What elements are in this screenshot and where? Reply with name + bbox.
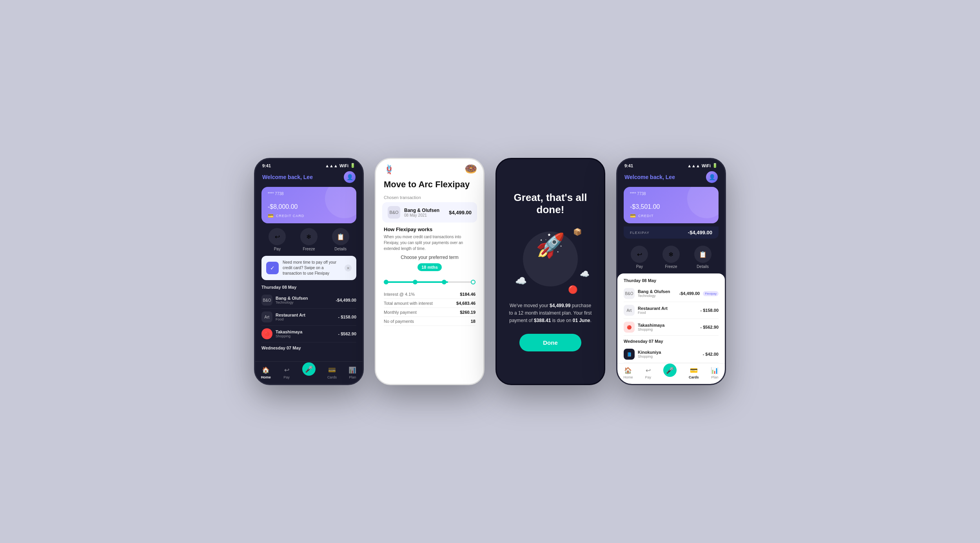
txn-logo-art-4: Art: [624, 305, 635, 316]
notif-banner-1: ✓ Need more time to pay off your credit …: [261, 256, 356, 280]
detail-nopay: No of payments 18: [384, 317, 475, 326]
details-button-4[interactable]: 📋 Details: [694, 246, 711, 269]
success-screen-3: Great, that's all done! 🚀 ☁️ ☁️ 📦 🔴 We'v…: [497, 159, 604, 384]
mic-icon-1: 🎤: [302, 362, 316, 376]
pay-icon-4: ↩: [631, 246, 648, 263]
nav-cards-4[interactable]: 💳 Cards: [689, 367, 699, 379]
how-title-2: How Flexipay works: [384, 226, 475, 232]
success-text-3: We've moved your $4,499.99 purchase to a…: [507, 302, 593, 325]
details-icon-4: 📋: [694, 246, 711, 263]
nav-cards-label-4: Cards: [689, 375, 699, 379]
cloud-icon-1: ☁️: [515, 275, 527, 286]
detail-key-monthly: Monthly payment: [384, 310, 417, 315]
home-icon-4: 🏠: [624, 367, 632, 374]
nav-plan-1[interactable]: 📊 Plan: [348, 366, 357, 379]
txn-row-bo-1[interactable]: B&O Bang & Olufsen Technology -$4,499.00: [261, 292, 356, 309]
detail-monthly: Monthly payment $260.19: [384, 308, 475, 317]
nav-cards-1[interactable]: 💳 Cards: [327, 366, 337, 379]
cards-nav-icon-4: 💳: [690, 367, 698, 374]
txn-amount-kino-4: - $42.00: [703, 352, 719, 357]
txn-name-bo-4: Bang & Olufsen: [638, 289, 676, 294]
txn-cat-bo-1: Technology: [276, 300, 332, 304]
notif-close-1[interactable]: ✕: [345, 264, 352, 272]
how-text-2: When you move credit card transactions i…: [384, 234, 475, 252]
card-widget-1[interactable]: **** 7738 -$8,000.00 💳 CREDIT CARD: [261, 187, 356, 223]
date-header-1a: Thursday 08 May: [261, 285, 356, 290]
freeze-button-4[interactable]: ❄ Freeze: [662, 246, 680, 269]
cloud-icon-2: ☁️: [580, 269, 590, 279]
phone-2: 🪢 🍩 Move to Arc Flexipay Chosen transact…: [375, 158, 485, 385]
action-row-1: ↩ Pay ❄ Freeze 📋 Details: [255, 228, 363, 256]
pay-button-4[interactable]: ↩ Pay: [631, 246, 648, 269]
freeze-icon-1: ❄: [300, 228, 318, 245]
card-number-4: **** 7738: [630, 192, 712, 196]
bottom-nav-1: 🏠 Home ↩ Pay 🎤 💳 Cards 📊 Plan: [255, 361, 363, 384]
rocket-icon: 🚀: [536, 232, 565, 259]
transactions-1: Thursday 08 May B&O Bang & Olufsen Techn…: [255, 285, 363, 361]
home-icon-1: 🏠: [261, 366, 270, 374]
time-1: 9:41: [262, 163, 271, 168]
txn-cat-bo-4: Technology: [638, 294, 676, 298]
chosen-txn-info: Bang & Olufsen 08 May 2021: [404, 208, 445, 217]
nav-pay-1[interactable]: ↩ Pay: [282, 366, 291, 379]
nav-pay-4[interactable]: ↩ Pay: [645, 367, 651, 379]
chosen-txn-amount: $4,499.00: [449, 210, 472, 215]
txn-row-bo-4[interactable]: B&O Bang & Olufsen Technology -$4,499.00…: [624, 285, 719, 302]
txn-area-4: Thurday 08 May B&O Bang & Olufsen Techno…: [617, 273, 725, 363]
nav-mic-4[interactable]: 🎤: [663, 367, 677, 379]
term-badge-container: 18 mths: [384, 263, 475, 273]
welcome-text-4: Welcome back, Lee: [624, 174, 675, 180]
details-label-4: Details: [697, 264, 709, 269]
nav-home-label-4: Home: [623, 375, 633, 379]
pay-label-4: Pay: [636, 264, 643, 269]
txn-name-tak-4: Takashimaya: [638, 323, 697, 328]
term-slider-2[interactable]: [384, 281, 475, 283]
battery-icon-4: 🔋: [712, 163, 718, 168]
details-button-1[interactable]: 📋 Details: [332, 228, 349, 251]
notif-check-icon: ✓: [266, 262, 279, 274]
avatar-4[interactable]: 👤: [706, 171, 718, 183]
txn-amount-bo-4: -$4,499.00: [679, 291, 700, 296]
box-icon: 📦: [573, 228, 582, 236]
txn-cat-tak-1: Shopping: [276, 334, 335, 338]
txn-name-bo-1: Bang & Olufsen: [276, 296, 332, 300]
term-section-2: Choose your preferred term 18 mths: [376, 255, 483, 286]
card-type-row-4: 💳 CREDIT: [630, 213, 712, 219]
txn-name-art-4: Restaurant Art: [638, 306, 697, 311]
nav-mic-1[interactable]: 🎤: [302, 366, 316, 379]
nav-home-1[interactable]: 🏠 Home: [261, 366, 271, 379]
txn-info-tak-4: Takashimaya Shopping: [638, 323, 697, 331]
txn-info-art-1: Restaurant Art Food: [276, 313, 335, 321]
detail-val-monthly: $260.19: [460, 310, 475, 315]
txn-name-art-1: Restaurant Art: [276, 313, 335, 317]
txn-row-tak-1[interactable]: 🔴 Takashimaya Shopping - $562.90: [261, 326, 356, 342]
nav-home-4[interactable]: 🏠 Home: [623, 367, 633, 379]
freeze-label-4: Freeze: [665, 264, 677, 269]
txn-row-kino-4[interactable]: 📘 Kinokuniya Shopping - $42.00: [624, 346, 719, 363]
details-grid-2: Interest @ 4.1% $184.46 Total amount wit…: [376, 290, 483, 326]
chosen-txn-logo: B&O: [388, 206, 400, 219]
card-amount-1: -$8,000.00: [268, 199, 298, 212]
pay-button-1[interactable]: ↩ Pay: [269, 228, 286, 251]
txn-row-tak-4[interactable]: 🔴 Takashimaya Shopping - $562.90: [624, 319, 719, 336]
nav-plan-4[interactable]: 📊 Plan: [711, 367, 719, 379]
avatar-1[interactable]: 👤: [344, 171, 356, 183]
cards-nav-icon-1: 💳: [328, 366, 336, 374]
details-icon-1: 📋: [332, 228, 349, 245]
chosen-txn-2: B&O Bang & Olufsen 08 May 2021 $4,499.00: [382, 202, 477, 223]
freeze-icon-4: ❄: [662, 246, 680, 263]
txn-name-kino-4: Kinokuniya: [638, 350, 700, 355]
nav-plan-label-1: Plan: [349, 375, 356, 379]
txn-row-art-1[interactable]: Art Restaurant Art Food - $158.00: [261, 309, 356, 326]
nav-home-label-1: Home: [261, 375, 271, 379]
freeze-button-1[interactable]: ❄ Freeze: [300, 228, 318, 251]
details-label-1: Details: [334, 247, 347, 251]
txn-amount-art-4: - $158.00: [701, 308, 719, 313]
txn-amount-bo-1: -$4,499.00: [336, 298, 356, 302]
txn-row-art-4[interactable]: Art Restaurant Art Food - $158.00: [624, 302, 719, 319]
card-widget-4[interactable]: **** 7738 -$3,501.00 💳 CREDIT: [624, 187, 719, 223]
done-button-3[interactable]: Done: [519, 334, 581, 351]
txn-info-tak-1: Takashimaya Shopping: [276, 329, 335, 338]
how-section-2: How Flexipay works When you move credit …: [376, 226, 483, 252]
detail-key-total: Total amount with interest: [384, 301, 433, 306]
